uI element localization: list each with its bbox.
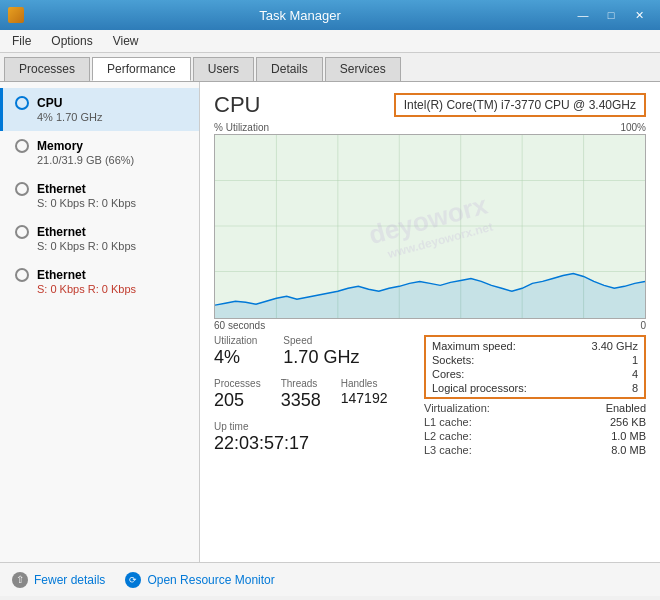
speed-value: 1.70 GHz bbox=[283, 347, 359, 368]
sidebar-item-memory[interactable]: Memory 21.0/31.9 GB (66%) bbox=[0, 131, 199, 174]
stat-speed: Speed 1.70 GHz bbox=[283, 335, 365, 374]
svg-marker-9 bbox=[215, 273, 645, 318]
memory-dot bbox=[15, 139, 29, 153]
l2-label: L2 cache: bbox=[424, 430, 472, 442]
chart-time-labels: 60 seconds 0 bbox=[214, 320, 646, 331]
resource-monitor-label: Open Resource Monitor bbox=[147, 573, 274, 587]
content-header: CPU Intel(R) Core(TM) i7-3770 CPU @ 3.40… bbox=[214, 92, 646, 118]
tab-performance[interactable]: Performance bbox=[92, 57, 191, 81]
fewer-details-button[interactable]: ⇧ Fewer details bbox=[12, 572, 105, 588]
tab-processes[interactable]: Processes bbox=[4, 57, 90, 81]
chart-svg bbox=[215, 135, 645, 318]
stat-row-virt: Virtualization: Enabled bbox=[424, 401, 646, 415]
l1-label: L1 cache: bbox=[424, 416, 472, 428]
maxspeed-label: Maximum speed: bbox=[432, 340, 516, 352]
footer: ⇧ Fewer details ⟳ Open Resource Monitor bbox=[0, 562, 660, 596]
fewer-details-icon: ⇧ bbox=[12, 572, 28, 588]
menu-options[interactable]: Options bbox=[43, 32, 100, 50]
cpu-label: CPU bbox=[37, 96, 62, 110]
menu-file[interactable]: File bbox=[4, 32, 39, 50]
sidebar-item-cpu[interactable]: CPU 4% 1.70 GHz bbox=[0, 88, 199, 131]
ethernet2-label: Ethernet bbox=[37, 225, 86, 239]
ethernet1-label: Ethernet bbox=[37, 182, 86, 196]
ethernet2-sub: S: 0 Kbps R: 0 Kbps bbox=[15, 240, 187, 252]
main-area: CPU 4% 1.70 GHz Memory 21.0/31.9 GB (66%… bbox=[0, 82, 660, 562]
processes-value: 205 bbox=[214, 390, 261, 411]
threads-value: 3358 bbox=[281, 390, 321, 411]
l3-value: 8.0 MB bbox=[611, 444, 646, 456]
open-resource-monitor-button[interactable]: ⟳ Open Resource Monitor bbox=[125, 572, 274, 588]
memory-label: Memory bbox=[37, 139, 83, 153]
stat-handles: Handles 147192 bbox=[341, 378, 394, 417]
chart-y-label: % Utilization bbox=[214, 122, 269, 133]
chart-time-left: 60 seconds bbox=[214, 320, 265, 331]
handles-label: Handles bbox=[341, 378, 388, 389]
window-controls: — □ ✕ bbox=[570, 5, 652, 25]
uptime-label: Up time bbox=[214, 421, 414, 432]
virt-label: Virtualization: bbox=[424, 402, 490, 414]
uptime-value: 22:03:57:17 bbox=[214, 433, 414, 454]
logical-label: Logical processors: bbox=[432, 382, 527, 394]
cpu-chart: deyoworx www.deyoworx.net bbox=[214, 134, 646, 319]
processes-label: Processes bbox=[214, 378, 261, 389]
sidebar-item-ethernet-3[interactable]: Ethernet S: 0 Kbps R: 0 Kbps bbox=[0, 260, 199, 303]
ethernet1-sub: S: 0 Kbps R: 0 Kbps bbox=[15, 197, 187, 209]
sidebar-item-ethernet-2[interactable]: Ethernet S: 0 Kbps R: 0 Kbps bbox=[0, 217, 199, 260]
chart-container: % Utilization 100% deyoworx www.deyoworx… bbox=[214, 122, 646, 331]
utilization-label: Utilization bbox=[214, 335, 257, 346]
app-icon bbox=[8, 7, 24, 23]
cpu-dot bbox=[15, 96, 29, 110]
stat-row-maxspeed: Maximum speed: 3.40 GHz bbox=[432, 339, 638, 353]
window-title: Task Manager bbox=[30, 8, 570, 23]
sockets-label: Sockets: bbox=[432, 354, 474, 366]
stat-row-l1: L1 cache: 256 KB bbox=[424, 415, 646, 429]
cpu-model-badge: Intel(R) Core(TM) i7-3770 CPU @ 3.40GHz bbox=[394, 93, 646, 117]
memory-sub: 21.0/31.9 GB (66%) bbox=[15, 154, 187, 166]
close-button[interactable]: ✕ bbox=[626, 5, 652, 25]
cores-value: 4 bbox=[632, 368, 638, 380]
chart-axis-labels: % Utilization 100% bbox=[214, 122, 646, 133]
fewer-details-label: Fewer details bbox=[34, 573, 105, 587]
stat-row-cores: Cores: 4 bbox=[432, 367, 638, 381]
right-stats-plain: Virtualization: Enabled L1 cache: 256 KB… bbox=[424, 401, 646, 457]
content-area: CPU Intel(R) Core(TM) i7-3770 CPU @ 3.40… bbox=[200, 82, 660, 562]
ethernet3-label: Ethernet bbox=[37, 268, 86, 282]
tab-services[interactable]: Services bbox=[325, 57, 401, 81]
speed-label: Speed bbox=[283, 335, 359, 346]
menu-bar: File Options View bbox=[0, 30, 660, 53]
chart-time-right: 0 bbox=[640, 320, 646, 331]
stat-row-l2: L2 cache: 1.0 MB bbox=[424, 429, 646, 443]
stat-row-logical: Logical processors: 8 bbox=[432, 381, 638, 395]
stat-row-sockets: Sockets: 1 bbox=[432, 353, 638, 367]
cpu-sub: 4% 1.70 GHz bbox=[15, 111, 187, 123]
maxspeed-value: 3.40 GHz bbox=[592, 340, 638, 352]
threads-label: Threads bbox=[281, 378, 321, 389]
minimize-button[interactable]: — bbox=[570, 5, 596, 25]
title-bar: Task Manager — □ ✕ bbox=[0, 0, 660, 30]
l2-value: 1.0 MB bbox=[611, 430, 646, 442]
cores-label: Cores: bbox=[432, 368, 464, 380]
stat-threads: Threads 3358 bbox=[281, 378, 327, 417]
menu-view[interactable]: View bbox=[105, 32, 147, 50]
stat-utilization: Utilization 4% bbox=[214, 335, 263, 374]
stats-section: Utilization 4% Speed 1.70 GHz Processes … bbox=[214, 335, 646, 457]
stat-processes: Processes 205 bbox=[214, 378, 267, 417]
ethernet1-dot bbox=[15, 182, 29, 196]
sockets-value: 1 bbox=[632, 354, 638, 366]
stat-row-l3: L3 cache: 8.0 MB bbox=[424, 443, 646, 457]
left-stats: Utilization 4% Speed 1.70 GHz Processes … bbox=[214, 335, 414, 457]
tab-details[interactable]: Details bbox=[256, 57, 323, 81]
tab-users[interactable]: Users bbox=[193, 57, 254, 81]
virt-value: Enabled bbox=[606, 402, 646, 414]
sidebar: CPU 4% 1.70 GHz Memory 21.0/31.9 GB (66%… bbox=[0, 82, 200, 562]
logical-value: 8 bbox=[632, 382, 638, 394]
right-stats-bordered: Maximum speed: 3.40 GHz Sockets: 1 Cores… bbox=[424, 335, 646, 399]
utilization-value: 4% bbox=[214, 347, 257, 368]
ethernet3-sub: S: 0 Kbps R: 0 Kbps bbox=[15, 283, 187, 295]
right-stats: Maximum speed: 3.40 GHz Sockets: 1 Cores… bbox=[424, 335, 646, 457]
sidebar-item-ethernet-1[interactable]: Ethernet S: 0 Kbps R: 0 Kbps bbox=[0, 174, 199, 217]
tab-bar: Processes Performance Users Details Serv… bbox=[0, 53, 660, 82]
resource-monitor-icon: ⟳ bbox=[125, 572, 141, 588]
maximize-button[interactable]: □ bbox=[598, 5, 624, 25]
ethernet3-dot bbox=[15, 268, 29, 282]
